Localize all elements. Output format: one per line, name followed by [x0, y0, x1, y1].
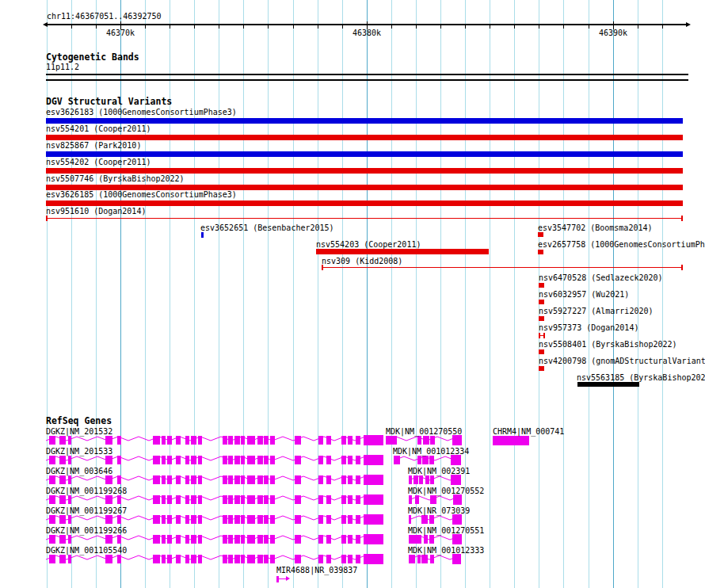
- exon-block: [117, 456, 121, 464]
- exon-block: [241, 515, 245, 524]
- exon-block: [49, 475, 55, 484]
- exon-block: [318, 436, 323, 445]
- exon-block: [318, 475, 323, 484]
- gene-label: MDK|NM_001270550: [386, 428, 462, 436]
- variant-square[interactable]: [538, 250, 543, 254]
- exon-block: [185, 495, 189, 504]
- ruler-minor-tick: [145, 25, 146, 29]
- exon-block: [191, 535, 196, 544]
- exon-block: [162, 555, 166, 563]
- exon-block: [68, 515, 71, 524]
- ruler-left-arrow-icon: [43, 22, 48, 27]
- exon-block: [348, 456, 352, 464]
- variant-label: nsv957373 (Dogan2014): [539, 324, 638, 332]
- exon-block: [326, 515, 331, 524]
- variant-range[interactable]: [539, 333, 545, 338]
- exon-block: [234, 495, 240, 504]
- variant-tick[interactable]: [201, 232, 204, 238]
- exon-block: [364, 494, 383, 505]
- variant-bar[interactable]: [46, 185, 683, 190]
- exon-block: [105, 555, 112, 563]
- variant-square[interactable]: [539, 316, 544, 321]
- variant-range[interactable]: [322, 265, 683, 270]
- exon-block: [364, 435, 383, 445]
- exon-block: [364, 455, 383, 465]
- variant-label: esv2657758 (1000GenomesConsortiumPh: [538, 241, 705, 249]
- exon-block: [257, 495, 263, 504]
- variant-bar[interactable]: [46, 200, 683, 206]
- exon-block: [68, 555, 71, 563]
- exon-block: [223, 515, 227, 524]
- variant-label: nsv5927227 (Almarri2020): [539, 307, 654, 315]
- exon-block: [191, 555, 196, 563]
- exon-block: [167, 456, 172, 464]
- exon-block: [105, 495, 112, 504]
- exon-block: [270, 456, 275, 464]
- exon-block: [257, 456, 263, 464]
- ruler-minor-tick: [514, 25, 515, 29]
- variant-bar[interactable]: [46, 151, 683, 157]
- exon-block: [68, 535, 71, 544]
- exon-block: [105, 535, 112, 544]
- exon-block: [429, 456, 434, 464]
- exon-block: [452, 514, 462, 525]
- exon-block: [234, 515, 240, 524]
- exon-block: [341, 436, 346, 445]
- gridline-minor: [638, 0, 638, 588]
- variant-bar[interactable]: [46, 135, 683, 140]
- exon-block: [247, 535, 255, 544]
- variant-square[interactable]: [539, 283, 544, 288]
- exon-block: [415, 495, 419, 504]
- variant-square[interactable]: [539, 366, 544, 371]
- exon-block: [153, 535, 160, 544]
- exon-block: [348, 495, 352, 504]
- exon-block: [425, 475, 429, 484]
- variant-bar[interactable]: [46, 118, 683, 124]
- arrow-head-icon: [286, 576, 290, 581]
- exon-block: [49, 535, 55, 544]
- exon-block: [341, 456, 346, 464]
- variant-bar[interactable]: [46, 168, 683, 174]
- cytogenetic-band[interactable]: [46, 74, 688, 81]
- ruler-minor-tick: [391, 25, 392, 29]
- gene-box[interactable]: [493, 436, 529, 445]
- exon-block: [257, 535, 263, 544]
- exon-block: [348, 555, 352, 563]
- gene-label: DGKZ|NM_001199268: [46, 487, 127, 495]
- exon-block: [49, 436, 55, 445]
- exon-block: [228, 495, 233, 504]
- variant-square[interactable]: [539, 300, 544, 304]
- exon-block: [417, 456, 421, 464]
- exon-block: [356, 535, 360, 544]
- exon-block: [264, 535, 269, 544]
- ruler-tick-label: 46370k: [97, 29, 144, 37]
- variant-square[interactable]: [538, 232, 543, 237]
- exon-block: [247, 495, 255, 504]
- variant-bar[interactable]: [316, 249, 489, 254]
- mirna-arrow[interactable]: [276, 576, 291, 583]
- exon-block: [241, 436, 245, 445]
- exon-block: [223, 495, 227, 504]
- gene-label: DGKZ|NM_201532: [46, 428, 112, 436]
- variant-square[interactable]: [539, 349, 544, 354]
- variant-range[interactable]: [46, 216, 683, 221]
- gene-label: MDK|NM_001270551: [408, 527, 484, 535]
- variant-bar[interactable]: [577, 382, 639, 387]
- exon-block: [326, 495, 331, 504]
- exon-block: [241, 475, 245, 484]
- variant-label: nsv4200798 (gnomADStructuralVariant: [539, 357, 705, 365]
- ruler-tick-label: 46390k: [589, 29, 637, 37]
- exon-block: [394, 456, 400, 464]
- exon-block: [341, 535, 346, 544]
- exon-block: [49, 515, 55, 524]
- exon-block: [153, 475, 160, 484]
- exon-block: [117, 495, 121, 504]
- exon-block: [228, 456, 233, 464]
- exon-block: [105, 475, 112, 484]
- exon-block: [270, 535, 275, 544]
- variant-label: esv3652651 (Besenbacher2015): [200, 224, 334, 232]
- exon-block: [162, 475, 166, 484]
- exon-block: [176, 475, 181, 484]
- exon-block: [223, 436, 227, 445]
- exon-block: [153, 456, 160, 464]
